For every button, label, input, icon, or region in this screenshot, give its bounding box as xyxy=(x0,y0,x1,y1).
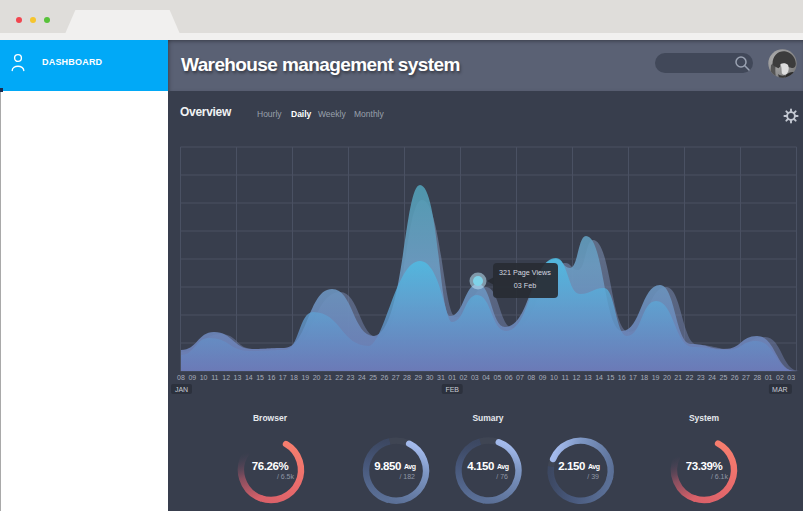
svg-text:29: 29 xyxy=(414,374,422,381)
svg-text:24: 24 xyxy=(358,374,366,381)
svg-text:01: 01 xyxy=(765,374,773,381)
svg-text:15: 15 xyxy=(607,374,615,381)
svg-text:11: 11 xyxy=(211,374,218,381)
svg-text:19: 19 xyxy=(301,374,309,381)
svg-text:10: 10 xyxy=(550,374,558,381)
svg-text:03 Feb: 03 Feb xyxy=(514,281,536,290)
svg-text:30: 30 xyxy=(426,374,434,381)
svg-text:18: 18 xyxy=(640,374,648,381)
svg-text:26: 26 xyxy=(381,374,389,381)
svg-text:06: 06 xyxy=(505,374,513,381)
svg-text:13: 13 xyxy=(234,374,242,381)
svg-text:09: 09 xyxy=(188,374,196,381)
svg-text:15: 15 xyxy=(256,374,264,381)
svg-text:02: 02 xyxy=(460,374,468,381)
svg-text:01: 01 xyxy=(448,374,456,381)
svg-text:11: 11 xyxy=(562,374,569,381)
svg-text:23: 23 xyxy=(347,374,355,381)
svg-text:25: 25 xyxy=(720,374,728,381)
svg-text:JAN: JAN xyxy=(175,386,188,393)
svg-text:24: 24 xyxy=(708,374,716,381)
svg-text:20: 20 xyxy=(313,374,321,381)
svg-text:10: 10 xyxy=(200,374,208,381)
svg-text:17: 17 xyxy=(279,374,287,381)
svg-text:16: 16 xyxy=(618,374,626,381)
svg-text:03: 03 xyxy=(787,374,795,381)
svg-text:20: 20 xyxy=(663,374,671,381)
svg-text:18: 18 xyxy=(290,374,298,381)
svg-text:28: 28 xyxy=(753,374,761,381)
svg-text:19: 19 xyxy=(652,374,660,381)
svg-text:28: 28 xyxy=(403,374,411,381)
svg-text:08: 08 xyxy=(527,374,535,381)
svg-text:14: 14 xyxy=(245,374,253,381)
svg-text:12: 12 xyxy=(573,374,581,381)
svg-text:21: 21 xyxy=(674,374,682,381)
svg-text:16: 16 xyxy=(268,374,276,381)
svg-text:12: 12 xyxy=(222,374,230,381)
svg-text:27: 27 xyxy=(742,374,750,381)
svg-text:04: 04 xyxy=(482,374,490,381)
svg-text:MAR: MAR xyxy=(772,386,788,393)
svg-text:17: 17 xyxy=(629,374,637,381)
svg-text:03: 03 xyxy=(471,374,479,381)
svg-text:25: 25 xyxy=(369,374,377,381)
svg-text:07: 07 xyxy=(516,374,524,381)
svg-text:27: 27 xyxy=(392,374,400,381)
svg-text:321 Page Views: 321 Page Views xyxy=(499,268,551,277)
svg-text:02: 02 xyxy=(776,374,784,381)
svg-text:05: 05 xyxy=(494,374,502,381)
svg-text:21: 21 xyxy=(324,374,332,381)
svg-text:FEB: FEB xyxy=(445,386,459,393)
svg-text:26: 26 xyxy=(731,374,739,381)
svg-text:13: 13 xyxy=(584,374,592,381)
svg-text:09: 09 xyxy=(539,374,547,381)
svg-text:22: 22 xyxy=(335,374,343,381)
svg-text:23: 23 xyxy=(697,374,705,381)
svg-text:14: 14 xyxy=(595,374,603,381)
svg-text:22: 22 xyxy=(686,374,694,381)
svg-text:31: 31 xyxy=(437,374,445,381)
svg-text:08: 08 xyxy=(177,374,185,381)
